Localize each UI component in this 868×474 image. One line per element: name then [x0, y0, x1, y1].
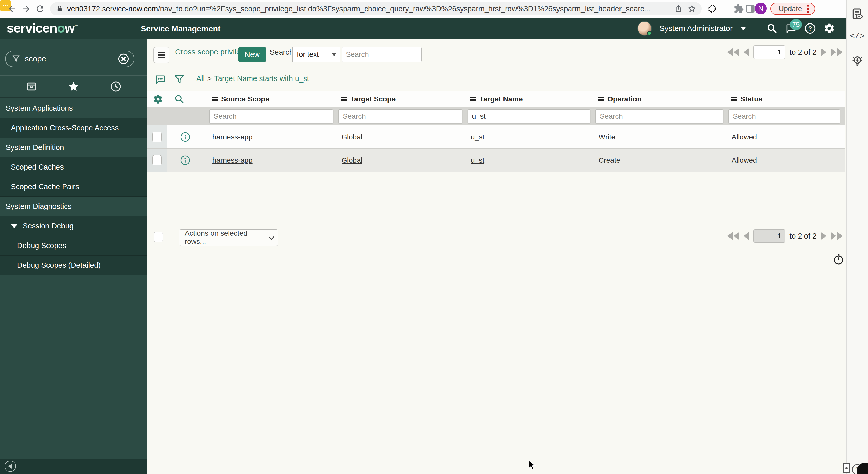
- application-navigator: System Applications Application Cross-Sc…: [0, 39, 147, 474]
- address-bar[interactable]: ven03172.service-now.com/nav_to.do?uri=%…: [50, 2, 702, 15]
- filter-status-input[interactable]: [728, 109, 840, 124]
- source-scope-link[interactable]: harness-app: [212, 156, 253, 164]
- browser-back-icon[interactable]: [7, 4, 17, 14]
- browser-forward-icon[interactable]: [21, 4, 31, 14]
- sidebar-section-system-applications[interactable]: System Applications: [0, 99, 147, 118]
- browser-toolbar: ven03172.service-now.com/nav_to.do?uri=%…: [0, 0, 868, 18]
- column-search-icon[interactable]: [174, 94, 184, 104]
- suggestions-bulb-icon[interactable]: [850, 54, 864, 68]
- filter-target-name-input[interactable]: [468, 109, 590, 124]
- sidebar-item-session-debug[interactable]: Session Debug: [0, 216, 147, 236]
- pagination-top: to 2 of 2: [727, 45, 843, 59]
- share-icon[interactable]: [674, 5, 683, 13]
- breadcrumb-all-link[interactable]: All: [196, 74, 205, 82]
- column-header-status[interactable]: Status: [726, 95, 843, 103]
- last-page-button[interactable]: [831, 232, 843, 240]
- help-icon[interactable]: [804, 23, 816, 34]
- new-record-button[interactable]: New: [238, 47, 266, 62]
- column-header-target-scope[interactable]: Target Scope: [336, 95, 465, 103]
- list-search-input[interactable]: [342, 47, 422, 62]
- clear-filter-icon[interactable]: [118, 53, 129, 65]
- previous-page-button[interactable]: [743, 232, 749, 240]
- column-header-operation[interactable]: Operation: [593, 95, 726, 103]
- select-all-checkbox[interactable]: [154, 232, 163, 242]
- column-menu-icon[interactable]: [212, 97, 218, 101]
- personalize-list-gear-icon[interactable]: [153, 94, 163, 104]
- list-context-menu-button[interactable]: [153, 47, 169, 63]
- scroll-marker-icon[interactable]: [843, 464, 850, 473]
- record-info-icon[interactable]: [180, 155, 190, 166]
- navigator-filter-input[interactable]: [25, 54, 118, 64]
- user-menu-caret-icon[interactable]: [740, 27, 746, 30]
- response-time-stopwatch-icon[interactable]: [832, 253, 845, 265]
- filter-source-scope-input[interactable]: [209, 109, 333, 124]
- favorites-tab-icon[interactable]: [68, 80, 80, 93]
- filter-operation-input[interactable]: [595, 109, 723, 124]
- filter-target-scope-input[interactable]: [338, 109, 462, 124]
- target-name-link[interactable]: u_st: [471, 133, 485, 141]
- settings-gear-icon[interactable]: [824, 23, 835, 34]
- browser-menu-icon[interactable]: [807, 5, 809, 13]
- side-panel-icon[interactable]: [745, 4, 755, 14]
- select-caret-icon: [332, 53, 337, 56]
- column-header-source-scope[interactable]: Source Scope: [207, 95, 336, 103]
- actions-select[interactable]: Actions on selected rows...: [179, 229, 278, 246]
- search-type-select[interactable]: for text: [292, 47, 340, 62]
- first-page-button[interactable]: [727, 48, 739, 56]
- global-search-icon[interactable]: [766, 23, 778, 34]
- update-label: Update: [779, 5, 802, 13]
- browser-reload-icon[interactable]: [35, 4, 45, 14]
- column-menu-icon[interactable]: [731, 97, 737, 101]
- list-toolbar: Cross scope privileges New Search for te…: [147, 39, 846, 65]
- column-menu-icon[interactable]: [341, 97, 347, 101]
- expand-caret-icon[interactable]: [11, 224, 18, 229]
- sidebar-item-scoped-cache-pairs[interactable]: Scoped Cache Pairs: [0, 177, 147, 197]
- sidebar-item-scoped-caches[interactable]: Scoped Caches: [0, 158, 147, 177]
- sidebar-item-debug-scopes[interactable]: Debug Scopes: [0, 236, 147, 256]
- sidebar-item-debug-scopes-detailed[interactable]: Debug Scopes (Detailed): [0, 256, 147, 275]
- online-status-dot: [647, 31, 652, 36]
- page-number-input[interactable]: [753, 45, 785, 59]
- row-checkbox[interactable]: [152, 132, 162, 142]
- extensions-puzzle-icon[interactable]: [734, 4, 744, 14]
- sidebar-item-application-cross-scope-access[interactable]: Application Cross-Scope Access: [0, 118, 147, 138]
- source-scope-link[interactable]: harness-app: [212, 133, 253, 141]
- browser-profile-avatar[interactable]: N: [755, 3, 767, 14]
- user-name[interactable]: System Administrator: [659, 24, 733, 33]
- sidebar-section-system-definition[interactable]: System Definition: [0, 138, 147, 158]
- notification-badge: 75: [790, 19, 802, 30]
- url-path: /nav_to.do?uri=%2Fsys_scope_privilege_li…: [158, 5, 650, 13]
- last-page-button[interactable]: [831, 48, 843, 56]
- next-page-button[interactable]: [821, 232, 827, 240]
- mouse-cursor: [527, 460, 538, 470]
- filter-icon[interactable]: [174, 74, 185, 85]
- collapse-sidebar-button[interactable]: [5, 461, 16, 472]
- list-chat-icon[interactable]: [154, 74, 166, 85]
- navigator-filter[interactable]: [5, 50, 134, 67]
- target-name-link[interactable]: u_st: [471, 156, 485, 164]
- page-number-input[interactable]: [753, 229, 785, 243]
- extension-burst-icon[interactable]: [707, 4, 717, 14]
- history-tab-icon[interactable]: [110, 80, 122, 93]
- browser-update-button[interactable]: Update: [770, 3, 815, 15]
- breadcrumb-condition-link[interactable]: Target Name starts with u_st: [214, 74, 309, 82]
- conversations-icon[interactable]: 75: [785, 23, 797, 34]
- row-checkbox[interactable]: [152, 155, 162, 166]
- bookmark-star-icon[interactable]: [688, 5, 696, 13]
- column-header-target-name[interactable]: Target Name: [465, 95, 593, 103]
- next-page-button[interactable]: [821, 48, 827, 56]
- sidebar-section-system-diagnostics[interactable]: System Diagnostics: [0, 197, 147, 216]
- reader-mode-icon[interactable]: [851, 7, 864, 21]
- target-scope-link[interactable]: Global: [342, 156, 363, 164]
- all-applications-tab-icon[interactable]: [26, 80, 37, 93]
- user-avatar[interactable]: [637, 21, 652, 36]
- previous-page-button[interactable]: [743, 48, 749, 56]
- record-info-icon[interactable]: [180, 132, 190, 142]
- row-range-label: to 2 of 2: [789, 48, 816, 57]
- first-page-button[interactable]: [727, 232, 739, 240]
- column-menu-icon[interactable]: [470, 97, 476, 101]
- column-menu-icon[interactable]: [598, 97, 604, 101]
- code-panel-icon[interactable]: </>: [850, 32, 865, 41]
- target-scope-link[interactable]: Global: [342, 133, 363, 141]
- list-content: Cross scope privileges New Search for te…: [147, 39, 846, 474]
